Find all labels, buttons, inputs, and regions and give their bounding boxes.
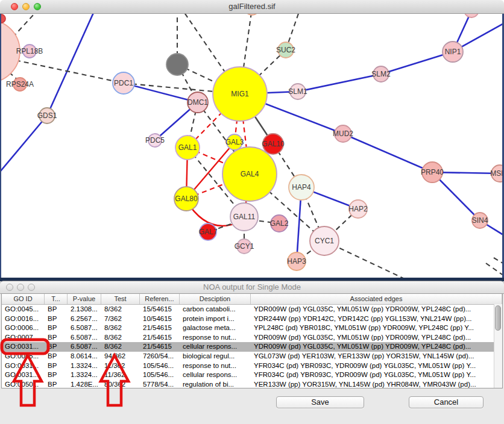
table-row[interactable]: GO:0031...BP1.3324...11/362105/546...res…	[2, 361, 502, 371]
cell: BP	[45, 380, 68, 388]
network-graph[interactable]: RPL18BRPS24AGDS1PDC1DMC1MIG1PDC5GAL1GAL3…	[1, 14, 504, 278]
column-header-desciption[interactable]: Desciption	[180, 294, 251, 304]
cell: 8/362	[101, 323, 140, 333]
cell: BP	[45, 323, 68, 333]
cell: 21/54615	[140, 333, 180, 343]
cell: YDR009W (pd) YGL035C, YML051W (pp) YDR00…	[251, 333, 502, 343]
table-row[interactable]: GO:0031...BP6.5087...8/36221/54615cellul…	[2, 342, 502, 352]
table-row[interactable]: GO:0006...BP6.5087...8/36221/54615galact…	[2, 323, 502, 333]
node-label-hap2: HAP2	[348, 205, 368, 213]
cell: GO:0031...	[2, 342, 45, 352]
cell: 7260/54...	[140, 352, 180, 361]
column-header-goid[interactable]: GO ID	[2, 294, 45, 304]
cell: 6.5087...	[68, 333, 101, 343]
table-row[interactable]: GO:0065...BP8.0614...94/3627260/54...bio…	[2, 352, 502, 361]
cell: GO:0006...	[2, 323, 45, 333]
cell: 8/362	[101, 333, 140, 343]
network-canvas[interactable]: RPL18BRPS24AGDS1PDC1DMC1MIG1PDC5GAL1GAL3…	[0, 14, 504, 278]
node-corner-red[interactable]	[1, 14, 5, 23]
node-gray-node[interactable]	[166, 54, 188, 75]
cell: BP	[45, 333, 68, 343]
table-row[interactable]: GO:0050...BP1.428E...80/3625778/54...reg…	[2, 380, 502, 388]
cell: YGL073W (pd) YER103W, YER133W (pp) YOR31…	[251, 352, 502, 361]
cell: 8/362	[101, 342, 140, 352]
column-header-test[interactable]: Test	[101, 294, 140, 304]
cell: BP	[45, 370, 68, 380]
edge-blue[interactable]	[1, 116, 47, 175]
cell: BP	[45, 305, 68, 314]
node-label-rps24a: RPS24A	[6, 80, 34, 89]
cell: 6.5087...	[68, 342, 101, 352]
node-label-gal2: GAL2	[270, 219, 289, 228]
window-title: galFiltered.sif	[0, 0, 504, 13]
column-header-pvalue[interactable]: P-value	[68, 294, 101, 304]
cancel-button[interactable]: Cancel	[409, 396, 484, 408]
edge-gdash[interactable]	[13, 14, 40, 37]
cell: YFR034C (pd) YBR093C, YDR009W (pd) YGL03…	[251, 370, 502, 380]
node-label-gal10: GAL10	[262, 140, 285, 148]
table-row[interactable]: GO:0045...BP2.1308...8/36215/54615carbon…	[2, 305, 502, 314]
column-header-t[interactable]: T...	[45, 294, 68, 304]
cell: GO:0031...	[2, 370, 45, 380]
cell: galactose meta...	[180, 323, 251, 333]
window-galfiltered: galFiltered.sif RPL18BRPS24AGDS1PDC1DMC1…	[0, 0, 504, 281]
cell: 21/54615	[140, 323, 180, 333]
cell: GO:0045...	[2, 305, 45, 314]
cell: BP	[45, 361, 68, 371]
cell: YER133W (pp) YOR315W, YNL145W (pd) YHR08…	[251, 380, 502, 388]
node-top-cut[interactable]	[245, 14, 259, 15]
results-table: GO IDT...P-valueTestReferen...Desciption…	[1, 293, 503, 388]
node-label-pdc5: PDC5	[145, 136, 165, 145]
node-label-gal1: GAL1	[178, 143, 197, 152]
cell: 10/54615	[140, 314, 180, 324]
galfiltered-titlebar[interactable]: galFiltered.sif	[0, 0, 504, 14]
cell: GO:0050...	[2, 380, 45, 388]
node-label-gcy1: GCY1	[235, 242, 254, 251]
cell: GO:0007...	[2, 333, 45, 343]
edge-blue[interactable]	[343, 134, 432, 172]
cell: 8.0614...	[68, 352, 101, 361]
node-label-gal80: GAL80	[175, 195, 198, 203]
cell: 1.3324...	[68, 370, 101, 380]
node-topright-cut[interactable]	[464, 14, 479, 17]
cell: biological regul...	[180, 352, 251, 361]
edge-blue[interactable]	[298, 74, 381, 92]
node-label-gal3: GAL3	[225, 138, 244, 146]
table-row[interactable]: GO:0016...BP6.2567...7/36210/54615protei…	[2, 314, 502, 324]
edge-blue[interactable]	[381, 52, 453, 74]
node-label-gds1: GDS1	[37, 111, 57, 120]
cell: cellular respons...	[180, 342, 251, 352]
cell: 94/362	[101, 352, 140, 361]
vertical-scrollbar[interactable]	[494, 304, 502, 388]
node-label-cyc1: CYC1	[315, 237, 334, 245]
column-header-associatededges[interactable]: Associated edges	[251, 294, 502, 304]
cell: 5778/54...	[140, 380, 180, 388]
node-label-rpl18b: RPL18B	[16, 47, 43, 55]
cell: GO:0065...	[2, 352, 45, 361]
save-button[interactable]: Save	[276, 396, 364, 408]
cell: BP	[45, 352, 68, 361]
node-label-hap4: HAP4	[292, 183, 311, 192]
cell: carbon cataboli...	[180, 305, 251, 314]
scrollbar-thumb[interactable]	[495, 305, 501, 331]
cell: YFR034C (pd) YBR093C, YDR009W (pd) YGL03…	[251, 361, 502, 371]
edge-gdash[interactable]	[486, 263, 504, 278]
screen: galFiltered.sif RPL18BRPS24AGDS1PDC1DMC1…	[0, 0, 504, 424]
node-label-nip1: NIP1	[445, 48, 461, 56]
node-label-mig1: MIG1	[231, 90, 249, 98]
node-label-gal11: GAL11	[233, 213, 256, 221]
node-label-gal4: GAL4	[241, 170, 259, 178]
cell: response to nut...	[180, 333, 251, 343]
node-label-pdc1: PDC1	[114, 79, 133, 87]
cell: 15/54615	[140, 305, 180, 314]
table-row[interactable]: GO:0007...BP6.5087...8/36221/54615respon…	[2, 333, 502, 343]
cell: 80/362	[101, 380, 140, 388]
node-label-gal7: GAL7	[199, 228, 218, 236]
cell: GO:0016...	[2, 314, 45, 324]
cell: 11/362	[101, 370, 140, 380]
cell: 105/546...	[140, 370, 180, 380]
edge-blue[interactable]	[47, 14, 97, 116]
table-row[interactable]: GO:0031...BP1.3324...11/362105/546...cel…	[2, 370, 502, 380]
column-header-referen[interactable]: Referen...	[140, 294, 180, 304]
cell: YDR009W (pd) YGL035C, YML051W (pp) YDR00…	[251, 342, 502, 352]
